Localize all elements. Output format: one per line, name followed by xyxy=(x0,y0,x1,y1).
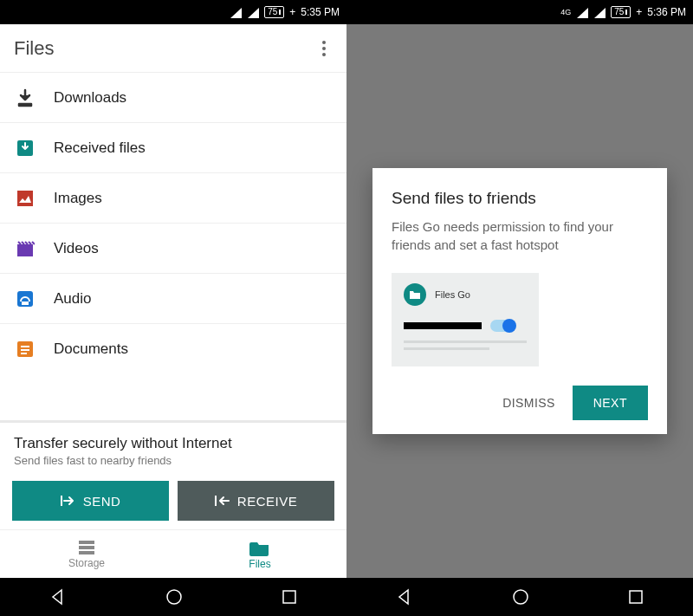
svg-rect-14 xyxy=(283,591,295,603)
category-videos[interactable]: Videos xyxy=(0,224,346,274)
category-list: Downloads Received files Images Videos A… xyxy=(0,73,346,420)
signal-icon xyxy=(247,6,259,18)
receive-button-label: RECEIVE xyxy=(237,494,297,509)
category-label: Videos xyxy=(54,240,99,257)
receive-arrow-icon xyxy=(215,494,230,508)
svg-rect-16 xyxy=(630,591,642,603)
send-button[interactable]: SEND xyxy=(12,481,169,521)
permission-bar xyxy=(404,322,482,329)
transfer-section: Transfer securely without Internet Send … xyxy=(0,420,346,476)
permission-illustration: Files Go xyxy=(392,273,539,366)
dismiss-button[interactable]: DISMISS xyxy=(497,387,560,418)
next-button[interactable]: NEXT xyxy=(573,386,648,420)
svg-rect-5 xyxy=(21,346,29,347)
svg-rect-10 xyxy=(79,541,94,544)
image-icon xyxy=(16,189,35,208)
category-downloads[interactable]: Downloads xyxy=(0,73,346,123)
modal-overlay: Send files to friends Files Go needs per… xyxy=(346,24,693,578)
toggle-icon xyxy=(490,320,515,332)
right-screenshot: 4G 75 + 5:36 PM Send files to friends Fi… xyxy=(346,0,693,616)
tab-files[interactable]: Files xyxy=(173,530,346,578)
svg-rect-1 xyxy=(17,191,33,206)
svg-rect-6 xyxy=(21,349,29,351)
send-arrow-icon xyxy=(61,494,76,508)
video-icon xyxy=(16,239,35,258)
category-audio[interactable]: Audio xyxy=(0,274,346,324)
svg-rect-11 xyxy=(79,546,94,549)
tab-storage-label: Storage xyxy=(68,557,105,569)
status-bar: 4G 75 + 5:36 PM xyxy=(346,0,693,24)
dialog-body: Files Go needs permission to find your f… xyxy=(392,218,648,254)
receive-button[interactable]: RECEIVE xyxy=(178,481,334,521)
recent-icon[interactable] xyxy=(628,589,644,605)
send-button-label: SEND xyxy=(83,494,121,509)
transfer-title: Transfer securely without Internet xyxy=(14,435,333,452)
recent-icon[interactable] xyxy=(282,589,297,605)
svg-rect-9 xyxy=(215,496,217,506)
clock: 5:35 PM xyxy=(301,6,340,18)
left-screenshot: 75 + 5:35 PM Files Downloads Received fi… xyxy=(0,0,346,616)
folder-icon xyxy=(249,539,270,556)
category-label: Audio xyxy=(54,290,91,308)
bottom-tabs: Storage Files xyxy=(0,529,346,578)
category-label: Documents xyxy=(54,340,128,358)
inbox-icon xyxy=(16,139,35,158)
category-label: Received files xyxy=(54,139,146,157)
back-icon[interactable] xyxy=(49,588,67,606)
tab-storage[interactable]: Storage xyxy=(0,530,173,578)
clock: 5:36 PM xyxy=(647,6,686,18)
home-icon[interactable] xyxy=(512,588,529,606)
battery-indicator: 75 xyxy=(264,6,284,18)
category-label: Downloads xyxy=(54,89,126,107)
svg-rect-12 xyxy=(79,551,94,554)
nav-bar xyxy=(0,578,346,616)
back-icon[interactable] xyxy=(396,588,413,606)
dialog-title: Send files to friends xyxy=(392,189,648,208)
svg-rect-2 xyxy=(17,244,33,256)
download-icon xyxy=(16,88,35,107)
charging-icon: + xyxy=(289,6,295,18)
category-documents[interactable]: Documents xyxy=(0,324,346,374)
status-bar: 75 + 5:35 PM xyxy=(0,0,346,24)
signal-icon xyxy=(576,6,588,18)
category-received[interactable]: Received files xyxy=(0,123,346,173)
transfer-subtitle: Send files fast to nearby friends xyxy=(14,454,333,467)
app-name-label: Files Go xyxy=(435,289,470,300)
overflow-menu-icon[interactable] xyxy=(315,34,333,63)
signal-icon xyxy=(230,6,242,18)
page-title: Files xyxy=(14,37,54,60)
signal-icon xyxy=(593,6,606,18)
battery-indicator: 75 xyxy=(611,6,631,18)
permission-dialog: Send files to friends Files Go needs per… xyxy=(372,168,667,434)
svg-point-15 xyxy=(514,590,528,604)
svg-point-13 xyxy=(167,590,181,604)
app-bar: Files xyxy=(0,24,346,73)
svg-rect-7 xyxy=(21,353,27,354)
storage-icon xyxy=(77,540,96,555)
svg-rect-8 xyxy=(61,496,62,506)
nav-bar xyxy=(346,578,693,616)
charging-icon: + xyxy=(636,6,642,18)
category-label: Images xyxy=(54,190,102,207)
tab-files-label: Files xyxy=(249,558,270,570)
document-icon xyxy=(16,340,35,359)
audio-icon xyxy=(16,289,35,308)
transfer-buttons: SEND RECEIVE xyxy=(0,476,346,529)
app-folder-icon xyxy=(404,283,426,306)
network-type: 4G xyxy=(560,8,571,16)
category-images[interactable]: Images xyxy=(0,173,346,224)
home-icon[interactable] xyxy=(165,588,183,606)
